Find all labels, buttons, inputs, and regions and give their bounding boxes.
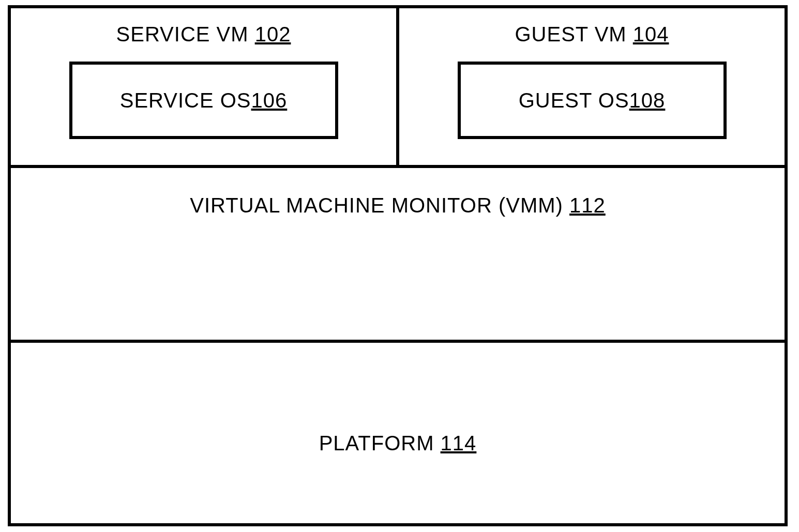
service-vm-box: SERVICE VM 102 SERVICE OS 106 bbox=[8, 5, 398, 168]
guest-vm-title: GUEST VM 104 bbox=[515, 23, 669, 46]
service-vm-ref: 102 bbox=[255, 23, 291, 45]
guest-os-ref: 108 bbox=[629, 89, 666, 112]
platform-box: PLATFORM 114 bbox=[8, 343, 788, 526]
guest-vm-label: GUEST VM bbox=[515, 23, 632, 45]
vmm-ref: 112 bbox=[569, 194, 606, 217]
service-os-label: SERVICE OS bbox=[120, 89, 251, 112]
service-vm-label: SERVICE VM bbox=[116, 23, 255, 45]
vmm-box: VIRTUAL MACHINE MONITOR (VMM) 112 bbox=[8, 168, 788, 343]
guest-vm-ref: 104 bbox=[633, 23, 669, 45]
vmm-title: VIRTUAL MACHINE MONITOR (VMM) 112 bbox=[190, 194, 605, 340]
guest-vm-box: GUEST VM 104 GUEST OS 108 bbox=[398, 5, 788, 168]
vm-row: SERVICE VM 102 SERVICE OS 106 GUEST VM 1… bbox=[8, 5, 788, 168]
service-vm-title: SERVICE VM 102 bbox=[116, 23, 291, 46]
vmm-label: VIRTUAL MACHINE MONITOR (VMM) bbox=[190, 194, 569, 217]
service-os-box: SERVICE OS 106 bbox=[69, 62, 338, 139]
service-os-ref: 106 bbox=[251, 89, 288, 112]
vm-architecture-diagram: SERVICE VM 102 SERVICE OS 106 GUEST VM 1… bbox=[8, 5, 788, 526]
guest-os-label: GUEST OS bbox=[519, 89, 629, 112]
platform-ref: 114 bbox=[441, 432, 477, 454]
platform-title: PLATFORM 114 bbox=[319, 432, 477, 455]
platform-label: PLATFORM bbox=[319, 432, 441, 454]
guest-os-box: GUEST OS 108 bbox=[458, 62, 727, 139]
